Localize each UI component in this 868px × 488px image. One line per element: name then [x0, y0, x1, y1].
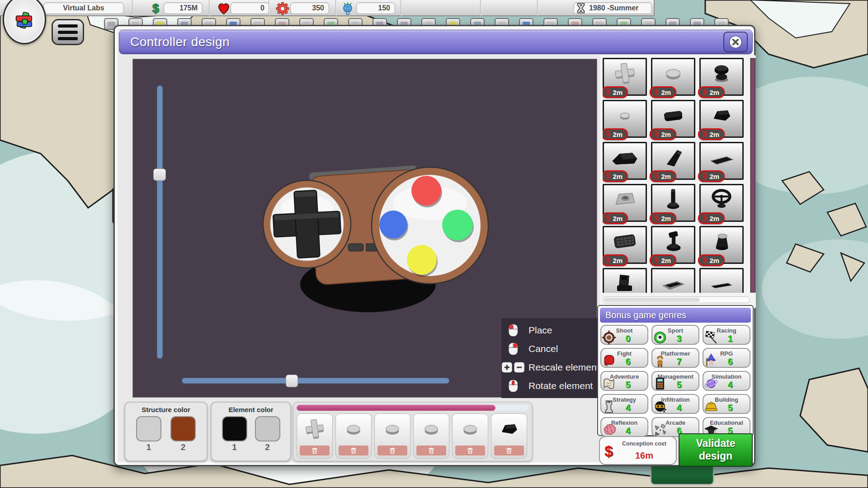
placed-element-round-button[interactable] [374, 413, 410, 459]
part-price-badge: $2m [603, 254, 628, 266]
part-wedge[interactable]: $2m [651, 142, 695, 180]
part-trapezoid-pad[interactable]: $2m [699, 100, 744, 138]
part-price-badge: $2m [603, 212, 628, 224]
part-rounded-pad[interactable]: $2m [651, 100, 695, 138]
part-screen-pad[interactable]: $2m [651, 268, 695, 293]
part-price-badge: $2m [698, 170, 725, 182]
delete-element-button[interactable] [455, 446, 485, 455]
genre-value: 3 [652, 333, 698, 344]
logo-icon [13, 6, 36, 33]
dollar-icon: $ [606, 256, 610, 265]
structure-color-swatch-2[interactable] [170, 416, 196, 441]
part-flat-plate[interactable]: $2m [699, 142, 744, 180]
hint-row: Cancel [501, 339, 598, 358]
horizontal-slider[interactable] [182, 374, 450, 387]
genre-value: 4 [601, 403, 647, 413]
trapezoid-pad-icon [707, 103, 736, 127]
genre-value: 1 [703, 333, 750, 344]
close-button[interactable] [723, 32, 748, 52]
small-button-icon [610, 103, 640, 127]
knob-icon [707, 229, 736, 253]
trash-icon [389, 447, 396, 454]
svg-text:$: $ [152, 2, 159, 15]
horizontal-slider-thumb[interactable] [286, 375, 298, 387]
mouse-hints-panel: PlaceCancelRescale elementRotate element [501, 318, 598, 398]
conception-cost-value: 16m [613, 450, 676, 461]
parts-scrollbar-vertical[interactable] [750, 58, 756, 293]
trash-icon [311, 447, 318, 454]
round-button-icon [456, 418, 484, 440]
part-price: 2m [613, 131, 623, 138]
part-joystick[interactable]: $2m [651, 184, 695, 222]
genre-value: 6 [703, 357, 750, 367]
validate-design-button[interactable]: Validate design [679, 433, 753, 467]
part-steering-wheel[interactable]: $2m [699, 184, 744, 222]
part-flight-stick[interactable]: $2m [651, 226, 695, 264]
bonus-genres-panel: Bonus game genres Shoot0Sport3Racing1Fig… [597, 305, 754, 436]
delete-element-button[interactable] [494, 446, 524, 455]
part-knob[interactable]: $2m [699, 226, 744, 264]
parts-scrollbar-thumb[interactable] [750, 58, 755, 292]
part-analog-stick[interactable]: $2m [699, 58, 744, 96]
placed-elements-strip [293, 402, 533, 461]
vertical-slider-thumb[interactable] [153, 169, 166, 181]
element-color-swatch-1[interactable] [222, 416, 247, 441]
conception-cost-label: Conception cost [613, 441, 676, 447]
structure-color-swatch-1[interactable] [136, 416, 161, 441]
dollar-icon: $ [654, 214, 658, 223]
parts-hscroll-thumb[interactable] [604, 298, 700, 302]
structure-color-title: Structure color [125, 406, 207, 413]
dollar-icon: $ [606, 130, 610, 139]
design-canvas[interactable]: PlaceCancelRescale elementRotate element [132, 59, 597, 398]
elements-scrollbar[interactable] [297, 405, 529, 411]
mouse-right-icon [501, 342, 525, 356]
genre-fight: Fight6 [600, 348, 648, 368]
trash-icon [350, 447, 357, 454]
part-keypad[interactable]: $2m [603, 226, 647, 264]
part-price: 2m [661, 173, 671, 180]
genre-simulation: Simulation4 [703, 371, 750, 391]
parts-scrollbar-horizontal[interactable] [603, 296, 750, 303]
vertical-slider[interactable] [153, 85, 166, 360]
swatch-label: 1 [222, 442, 247, 452]
part-price-badge: $2m [603, 86, 628, 98]
part-thin-strip[interactable]: $2m [699, 268, 744, 293]
wedge-icon [658, 145, 688, 169]
part-round-button[interactable]: $2m [651, 58, 695, 96]
element-color-swatch-2[interactable] [255, 416, 280, 441]
dpad-icon [301, 418, 329, 440]
part-cartridge-slot[interactable]: $2m [603, 268, 647, 293]
delete-element-button[interactable] [339, 446, 368, 455]
genre-adventure: Adventure5 [600, 371, 648, 391]
part-wide-base[interactable]: $2m [603, 142, 647, 180]
dollar-icon: $ [606, 88, 610, 97]
genre-value: 6 [601, 357, 647, 367]
swatch-label: 2 [170, 442, 196, 452]
part-mound-plate[interactable]: $2m [603, 184, 647, 222]
mound-plate-icon [610, 187, 640, 211]
genre-grid: Shoot0Sport3Racing1Fight6Platformer7RPG6… [600, 325, 752, 437]
dialog-title: Controller design [119, 35, 230, 49]
delete-element-button[interactable] [300, 446, 330, 455]
delete-element-button[interactable] [416, 446, 446, 455]
keypad-icon [610, 229, 640, 253]
genre-value: 7 [652, 357, 698, 367]
placed-element-round-button[interactable] [413, 413, 449, 459]
menu-button[interactable] [52, 19, 84, 45]
date-value: 1980 -Summer [589, 3, 638, 14]
placed-element-dpad[interactable] [297, 413, 333, 459]
part-dpad[interactable]: $2m [603, 58, 647, 96]
placed-element-round-button[interactable] [335, 413, 372, 459]
genre-reflexion: Reflexion4 [600, 417, 648, 437]
placed-element-round-button[interactable] [452, 413, 488, 459]
structure-color-panel: Structure color12 [124, 402, 208, 461]
heart-icon [217, 2, 231, 15]
delete-element-button[interactable] [377, 446, 407, 455]
screen-pad-icon [658, 271, 688, 293]
part-small-button[interactable]: $2m [603, 100, 647, 138]
date-display: 1980 -Summer [573, 2, 652, 14]
genre-management: Management5 [651, 371, 699, 391]
part-price: 2m [613, 89, 623, 96]
placed-element-trapezoid-pad[interactable] [491, 413, 527, 459]
part-price: 2m [661, 215, 671, 222]
